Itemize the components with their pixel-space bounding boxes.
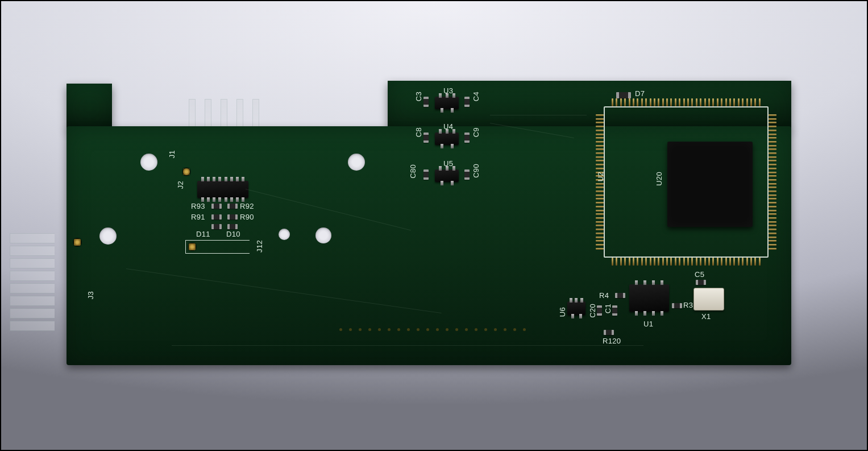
- u2-pins-right: [769, 114, 776, 250]
- r92: [227, 204, 238, 209]
- c80: [423, 169, 429, 180]
- u1: [629, 284, 669, 312]
- r91: [211, 214, 222, 220]
- r4: [615, 293, 625, 298]
- c1: [612, 305, 617, 316]
- c9: [464, 133, 470, 143]
- c3: [423, 97, 429, 107]
- pcb-tab: [67, 84, 112, 129]
- soic-near-j2: [197, 181, 248, 198]
- r120: [604, 330, 614, 335]
- r3: [672, 303, 682, 308]
- via-row: [339, 328, 526, 331]
- u2-outline: [604, 106, 769, 258]
- mounting-hole: [315, 227, 331, 243]
- 3d-viewport[interactable]: J1 J2 R93 R92 R91 R90 D11 D10 J12 J3 C3 …: [0, 0, 868, 451]
- u6: [567, 301, 585, 315]
- mounting-hole: [140, 154, 157, 171]
- c5: [696, 280, 706, 285]
- x1: [693, 288, 724, 311]
- u2-pins-top: [612, 98, 761, 106]
- u2-pins-left: [596, 114, 604, 250]
- c8: [423, 133, 429, 143]
- d11: [211, 224, 222, 229]
- c20: [597, 305, 602, 316]
- mounting-hole: [99, 227, 117, 245]
- u5: [435, 169, 459, 182]
- mounting-hole: [348, 154, 365, 171]
- u4: [435, 133, 459, 145]
- d7: [616, 92, 631, 98]
- r90: [227, 214, 238, 220]
- c4: [464, 97, 470, 107]
- r93: [211, 204, 222, 209]
- u20-chip: [667, 142, 753, 227]
- edge-connector-j3-ghost: [10, 233, 55, 331]
- mounting-hole: [279, 229, 290, 240]
- u2-pins-bottom: [612, 258, 761, 266]
- c90: [464, 169, 470, 180]
- d10: [227, 224, 238, 229]
- u3: [435, 97, 459, 109]
- silk-outline-j12: [185, 240, 250, 254]
